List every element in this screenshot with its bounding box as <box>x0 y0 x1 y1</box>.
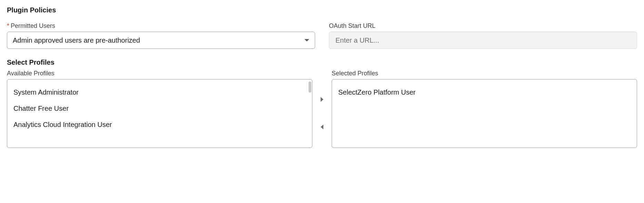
permitted-users-value: Admin approved users are pre-authorized <box>13 36 140 44</box>
selected-profiles-label: Selected Profiles <box>332 70 637 77</box>
available-profiles-label: Available Profiles <box>7 70 312 77</box>
permitted-users-select[interactable]: Admin approved users are pre-authorized <box>7 32 315 49</box>
permitted-users-label: Permitted Users <box>11 22 55 29</box>
move-left-button[interactable] <box>318 123 326 131</box>
available-profiles-listbox[interactable]: System Administrator Chatter Free User A… <box>7 79 312 148</box>
scrollbar[interactable] <box>308 79 312 148</box>
oauth-url-input[interactable] <box>329 32 637 49</box>
list-item[interactable]: Chatter Free User <box>7 100 308 117</box>
move-right-button[interactable] <box>318 95 326 104</box>
list-item[interactable]: Analytics Cloud Integration User <box>7 117 308 133</box>
chevron-left-icon <box>320 124 324 130</box>
select-profiles-title: Select Profiles <box>7 58 637 66</box>
list-item[interactable]: System Administrator <box>7 84 308 100</box>
scrollbar-thumb[interactable] <box>309 82 311 93</box>
section-title: Plugin Policies <box>7 6 637 14</box>
oauth-url-label: OAuth Start URL <box>329 22 375 29</box>
selected-profiles-listbox[interactable]: SelectZero Platform User <box>332 79 637 148</box>
list-item[interactable]: SelectZero Platform User <box>332 84 637 100</box>
chevron-right-icon <box>320 97 324 102</box>
required-asterisk: * <box>7 22 9 29</box>
